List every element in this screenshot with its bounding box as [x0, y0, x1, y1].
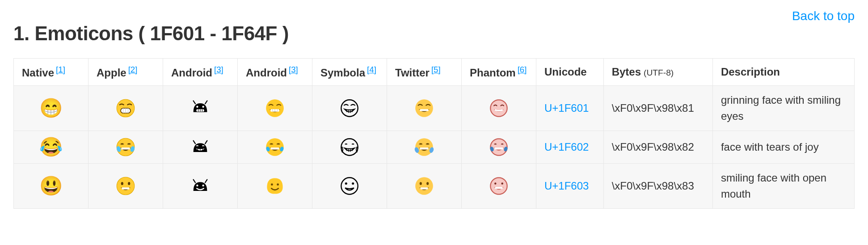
svg-point-59 [202, 185, 204, 186]
native-cell: 😂 [14, 131, 88, 164]
phantom-cell [462, 131, 536, 164]
description-cell: grinning face with smiling eyes [712, 86, 854, 131]
svg-rect-68 [420, 187, 428, 189]
android-color-emoji-icon [265, 98, 285, 118]
svg-rect-36 [270, 148, 279, 149]
col-label: Android [171, 67, 212, 79]
table-row: 😃 [14, 164, 855, 209]
description-cell: smiling face with open mouth [712, 164, 854, 209]
android-bw-cell [163, 131, 238, 164]
table-body: 😁 [14, 86, 855, 209]
footnote-ref[interactable]: [1] [56, 65, 65, 74]
android-color-cell [238, 164, 312, 209]
apple-cell [88, 164, 163, 209]
col-label: Symbola [320, 67, 365, 79]
svg-point-63 [345, 182, 347, 185]
col-label: Native [22, 67, 54, 79]
svg-point-54 [128, 182, 130, 185]
svg-point-69 [490, 177, 507, 194]
bytes-cell: \xF0\x9F\x98\x81 [603, 86, 712, 131]
col-symbola: Symbola[4] [312, 59, 387, 86]
svg-point-62 [341, 177, 358, 194]
svg-point-66 [420, 182, 422, 185]
col-label: Twitter [395, 67, 430, 79]
section-heading: 1. Emoticons ( 1F601 - 1F64F ) [13, 22, 855, 45]
symbola-emoji-icon [340, 137, 359, 157]
col-android-bw: Android[3] [163, 59, 238, 86]
native-emoji-icon: 😃 [39, 175, 63, 196]
apple-emoji-icon [116, 176, 135, 196]
svg-rect-24 [420, 109, 429, 111]
col-label: Apple [97, 67, 126, 79]
svg-point-65 [415, 177, 433, 195]
col-apple: Apple[2] [88, 59, 163, 86]
svg-point-64 [352, 182, 354, 185]
footnote-ref[interactable]: [4] [367, 65, 376, 74]
svg-point-7 [196, 106, 198, 108]
android-color-emoji-icon [265, 137, 285, 157]
android-color-cell [238, 86, 312, 131]
twitter-cell [387, 86, 462, 131]
android-bw-cell [163, 86, 238, 131]
phantom-cell [462, 86, 536, 131]
svg-point-35 [266, 138, 284, 156]
footnote-ref[interactable]: [5] [431, 65, 441, 74]
native-emoji-icon: 😁 [39, 97, 63, 118]
symbola-cell [312, 86, 387, 131]
phantom-emoji-icon [489, 98, 509, 118]
phantom-emoji-icon [489, 137, 509, 157]
col-phantom: Phantom[6] [462, 59, 536, 86]
svg-point-71 [501, 182, 503, 184]
footnote-ref[interactable]: [3] [214, 65, 223, 74]
svg-line-5 [194, 101, 195, 104]
symbola-cell [312, 164, 387, 209]
svg-rect-45 [420, 148, 429, 149]
col-bytes: Bytes(UTF-8) [603, 59, 712, 86]
apple-cell [88, 86, 163, 131]
svg-point-13 [266, 99, 284, 117]
emoji-table: Native[1] Apple[2] Android[3] Android[3]… [13, 58, 855, 209]
native-emoji-icon: 😂 [39, 136, 63, 157]
android-robot-icon [190, 137, 210, 157]
col-label: Android [246, 67, 287, 79]
svg-point-58 [196, 185, 198, 186]
svg-rect-55 [122, 187, 130, 189]
android-color-emoji-icon [265, 176, 285, 196]
footnote-ref[interactable]: [6] [518, 65, 527, 74]
col-native: Native[1] [14, 59, 88, 86]
svg-point-44 [415, 138, 433, 156]
symbola-cell [312, 131, 387, 164]
native-cell: 😃 [14, 164, 88, 209]
col-description: Description [712, 59, 854, 86]
bytes-cell: \xF0\x9F\x98\x82 [603, 131, 712, 164]
phantom-emoji-icon [489, 176, 509, 196]
svg-point-52 [117, 177, 135, 195]
table-row: 😂 [14, 131, 855, 164]
twitter-emoji-icon [414, 137, 434, 157]
codepoint-link[interactable]: U+1F601 [544, 102, 589, 114]
footnote-ref[interactable]: [2] [128, 65, 138, 74]
svg-point-61 [277, 183, 279, 186]
footnote-ref[interactable]: [3] [289, 65, 298, 74]
back-to-top-link[interactable]: Back to top [792, 9, 855, 23]
svg-line-57 [205, 180, 207, 183]
svg-point-70 [494, 182, 496, 184]
twitter-cell [387, 164, 462, 209]
phantom-cell [462, 164, 536, 209]
android-bw-cell [163, 164, 238, 209]
col-android-color: Android[3] [238, 59, 312, 86]
svg-rect-72 [495, 187, 503, 189]
codepoint-link[interactable]: U+1F603 [544, 180, 589, 192]
unicode-cell: U+1F602 [536, 131, 604, 164]
codepoint-link[interactable]: U+1F602 [544, 141, 589, 153]
twitter-emoji-icon [414, 176, 434, 196]
svg-point-48 [490, 139, 507, 155]
col-label: Unicode [544, 66, 587, 78]
svg-rect-49 [494, 148, 503, 149]
table-row: 😁 [14, 86, 855, 131]
svg-point-23 [415, 99, 433, 117]
table-header-row: Native[1] Apple[2] Android[3] Android[3]… [14, 59, 855, 86]
android-robot-icon [190, 98, 210, 118]
android-color-cell [238, 131, 312, 164]
svg-point-67 [426, 182, 429, 185]
